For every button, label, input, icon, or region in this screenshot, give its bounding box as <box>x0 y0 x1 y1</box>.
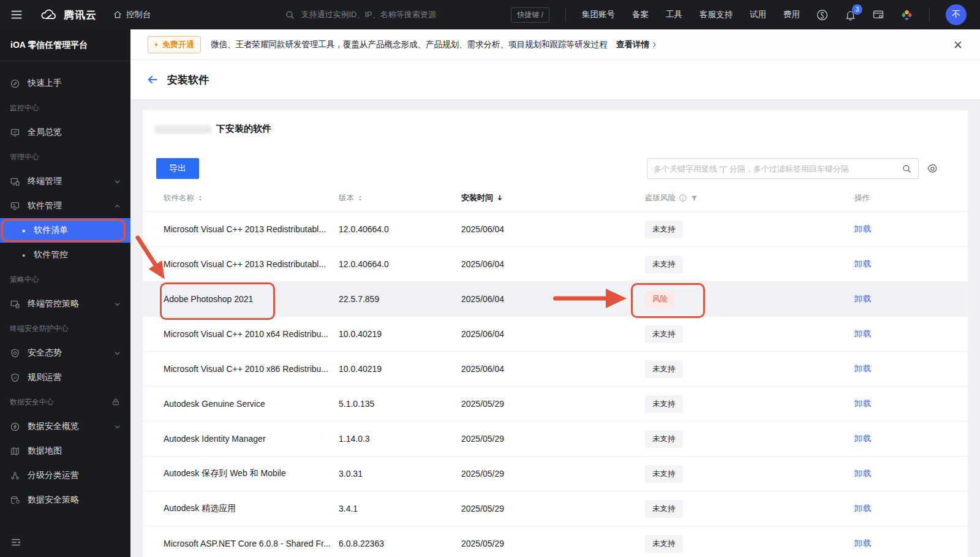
uninstall-link[interactable]: 卸载 <box>854 434 871 443</box>
chevron-down-icon <box>114 423 121 430</box>
table-row: Autodesk Genuine Service5.1.0.1352025/05… <box>143 386 968 421</box>
topnav-item-3[interactable]: 客服支持 <box>699 9 733 20</box>
table-search-input[interactable] <box>647 164 902 173</box>
uninstall-link[interactable]: 卸载 <box>854 329 871 338</box>
support-icon[interactable] <box>816 9 829 21</box>
sidebar-section-label: 策略中心 <box>0 267 130 292</box>
risk-cell: 未支持 <box>645 500 854 518</box>
topnav-item-2[interactable]: 工具 <box>666 9 682 20</box>
sidebar-item[interactable]: 数据安全概览 <box>0 414 130 439</box>
install-date-cell: 2025/06/04 <box>461 294 645 304</box>
table-body: Microsoft Visual C++ 2013 Redistributabl… <box>143 211 968 557</box>
risk-cell: 未支持 <box>645 430 854 448</box>
table-search-box <box>647 158 919 179</box>
sort-icon[interactable] <box>357 194 363 202</box>
risk-cell: 未支持 <box>645 360 854 378</box>
gear-icon[interactable] <box>927 163 938 175</box>
page-title: 安装软件 <box>167 73 209 87</box>
software-name-cell: Microsoft Visual C++ 2010 x86 Redistribu… <box>164 364 339 374</box>
sidebar-item[interactable]: 快速上手 <box>0 71 130 96</box>
card-title-text: 下安装的软件 <box>216 123 271 135</box>
global-search[interactable]: 支持通过实例ID、IP、名称等搜索资源 <box>285 9 436 20</box>
sidebar-item[interactable]: 规则运营 <box>0 365 130 390</box>
sidebar-item[interactable]: 数据地图 <box>0 439 130 463</box>
filter-icon[interactable] <box>690 194 698 202</box>
version-cell: 12.0.40664.0 <box>339 259 461 269</box>
topnav-item-1[interactable]: 备案 <box>632 9 649 20</box>
navbar-divider <box>565 8 566 21</box>
free-activate-badge[interactable]: 免费开通 <box>148 36 201 53</box>
search-icon <box>285 10 295 20</box>
sidebar-item[interactable]: 终端管理 <box>0 169 130 194</box>
uninstall-link[interactable]: 卸载 <box>854 539 871 548</box>
install-date-cell: 2025/05/29 <box>461 399 645 409</box>
avatar[interactable]: 不 <box>946 4 967 25</box>
operation-cell: 卸载 <box>854 259 968 270</box>
operation-cell: 卸载 <box>854 224 968 235</box>
tencent-cloud-logo[interactable]: 腾讯云 <box>39 8 97 22</box>
search-icon[interactable] <box>902 164 912 174</box>
table-toolbar: 导出 <box>143 158 968 179</box>
brand-text: 腾讯云 <box>64 8 97 22</box>
uninstall-link[interactable]: 卸载 <box>854 294 871 303</box>
console-settings-icon[interactable] <box>872 9 884 21</box>
export-button[interactable]: 导出 <box>156 158 199 179</box>
sidebar-subitem[interactable]: •软件清单 <box>0 218 130 243</box>
back-arrow-icon[interactable] <box>146 74 159 86</box>
redacted-device-name <box>155 126 211 134</box>
uninstall-link[interactable]: 卸载 <box>854 504 871 513</box>
info-icon[interactable] <box>679 194 687 202</box>
uninstall-link[interactable]: 卸载 <box>854 399 871 408</box>
version-cell: 3.0.31 <box>339 469 461 479</box>
chevron-right-icon <box>650 41 658 48</box>
banner-detail-link[interactable]: 查看详情 <box>616 39 658 50</box>
column-header-version: 版本 <box>339 193 461 203</box>
sidebar-item[interactable]: 终端管控策略 <box>0 292 130 316</box>
bell-icon[interactable]: 3 <box>845 9 856 21</box>
home-icon <box>113 10 123 20</box>
risk-badge: 未支持 <box>645 500 683 518</box>
version-cell: 22.5.7.859 <box>339 294 461 304</box>
classify-icon <box>10 471 20 481</box>
sidebar-item[interactable]: 分级分类运营 <box>0 463 130 488</box>
cloud-icon <box>39 8 59 21</box>
topnav-menu: 集团账号备案工具客服支持试用费用 <box>582 9 800 20</box>
topnav-item-0[interactable]: 集团账号 <box>582 9 615 20</box>
community-icon[interactable] <box>900 9 913 21</box>
console-link[interactable]: 控制台 <box>113 9 151 20</box>
table-row: Microsoft ASP.NET Core 6.0.8 - Shared Fr… <box>143 526 968 557</box>
uninstall-link[interactable]: 卸载 <box>854 364 871 373</box>
uninstall-link[interactable]: 卸载 <box>854 469 871 478</box>
sidebar-item[interactable]: 全局总览 <box>0 120 130 145</box>
hamburger-icon[interactable] <box>10 8 23 21</box>
table-row: Microsoft Visual C++ 2010 x64 Redistribu… <box>143 316 968 351</box>
operation-cell: 卸载 <box>854 363 968 374</box>
sort-icon[interactable] <box>197 194 203 202</box>
software-list-card: 下安装的软件 导出 软件名称 版本 <box>143 110 968 557</box>
uninstall-link[interactable]: 卸载 <box>854 224 871 233</box>
table-row: Microsoft Visual C++ 2013 Redistributabl… <box>143 246 968 281</box>
shield-check-icon <box>10 373 20 383</box>
chevron-down-icon <box>114 350 121 357</box>
sidebar-item[interactable]: 数据安全策略 <box>0 488 130 512</box>
risk-badge: 未支持 <box>645 430 683 448</box>
collapse-sidebar-icon[interactable] <box>10 536 22 548</box>
sidebar-item[interactable]: 安全态势 <box>0 341 130 365</box>
sidebar-section-label: 管理中心 <box>0 145 130 169</box>
chevron-up-icon <box>114 203 121 210</box>
sort-desc-icon[interactable] <box>496 194 503 202</box>
version-cell: 12.0.40664.0 <box>339 224 461 234</box>
risk-badge: 未支持 <box>645 256 683 273</box>
sidebar-item[interactable]: 软件管理 <box>0 194 130 218</box>
risk-cell: 风险 <box>645 290 854 308</box>
uninstall-link[interactable]: 卸载 <box>854 259 871 268</box>
close-icon[interactable]: ✕ <box>953 39 963 50</box>
sidebar-subitem[interactable]: •软件管控 <box>0 243 130 267</box>
risk-badge: 风险 <box>645 290 675 308</box>
topnav-item-5[interactable]: 费用 <box>783 9 800 20</box>
shortcut-key-badge[interactable]: 快捷键 / <box>511 7 549 23</box>
operation-cell: 卸载 <box>854 503 968 514</box>
compass-icon <box>10 78 20 89</box>
software-name-cell: Microsoft Visual C++ 2010 x64 Redistribu… <box>164 329 339 339</box>
topnav-item-4[interactable]: 试用 <box>750 9 766 20</box>
